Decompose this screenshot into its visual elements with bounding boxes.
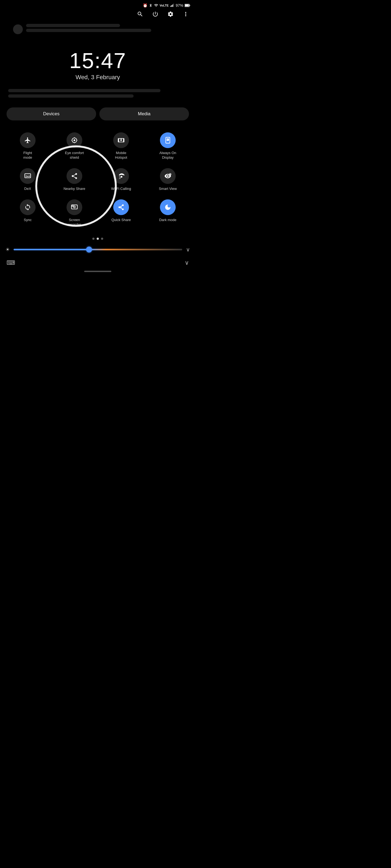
below-clock-blur (0, 84, 196, 103)
clock-date: Wed, 3 February (0, 74, 196, 81)
status-bar: ⏰ VoLTE 97% (0, 0, 196, 9)
wifi-icon (154, 3, 158, 8)
tile-label-nearby-share: Nearby Share (63, 187, 85, 191)
tile-label-always-on-display: Always OnDisplay (159, 151, 176, 160)
svg-rect-5 (190, 5, 190, 6)
keyboard-icon[interactable]: ⌨ (6, 259, 15, 267)
tile-icon-dex: DeX (20, 168, 35, 184)
status-icons: ⏰ VoLTE 97% (143, 3, 190, 8)
brightness-track[interactable] (13, 249, 182, 250)
tile-icon-mobile-hotspot (113, 132, 129, 148)
dark-mode-icon (164, 204, 171, 211)
brightness-row: ☀ ∨ (0, 243, 196, 257)
svg-rect-6 (185, 4, 189, 6)
tile-icon-dark-mode (160, 199, 176, 215)
power-icon[interactable] (152, 11, 159, 18)
volte-icon: VoLTE (160, 4, 169, 7)
svg-point-23 (120, 207, 122, 208)
tile-always-on-display[interactable]: L Always OnDisplay (144, 128, 191, 164)
top-controls (0, 9, 196, 20)
wifi-call-icon (118, 173, 124, 180)
brightness-thumb[interactable] (86, 247, 92, 252)
page-dots (0, 234, 196, 243)
bluetooth-icon (149, 3, 152, 7)
tile-label-dex: DeX (24, 187, 31, 191)
tile-label-wifi-calling: Wi-Fi Calling (111, 187, 131, 191)
svg-text:DeX: DeX (26, 175, 30, 178)
panel-buttons: Devices Media (0, 103, 196, 125)
tile-nearby-share[interactable]: Nearby Share (51, 164, 98, 195)
signal-icon (170, 3, 174, 7)
dex-icon: DeX (24, 173, 31, 180)
settings-icon[interactable] (167, 11, 174, 18)
svg-text:A: A (74, 139, 75, 141)
hotspot-icon (118, 137, 124, 144)
alarm-icon: ⏰ (143, 3, 147, 8)
tile-eye-comfort[interactable]: A Eye comfortshield (51, 128, 98, 164)
notification-area (0, 20, 196, 40)
tile-dex[interactable]: DeX DeX (4, 164, 51, 195)
tile-label-quick-share: Quick Share (111, 218, 131, 222)
tiles-wrapper: Flightmode A Eye comfortshield MobileHot… (0, 125, 196, 234)
tile-icon-quick-share (113, 199, 129, 215)
tile-flight-mode[interactable]: Flightmode (4, 128, 51, 164)
eye-comfort-icon: A (71, 137, 78, 144)
tile-icon-flight-mode (20, 132, 35, 148)
battery-icon (185, 3, 190, 7)
more-options-icon[interactable] (183, 11, 189, 18)
tile-icon-smart-view (160, 168, 176, 184)
media-button[interactable]: Media (100, 107, 189, 120)
page-dot-1 (92, 238, 94, 240)
scroll-handle (84, 271, 111, 272)
tile-icon-wifi-calling (113, 168, 129, 184)
tile-label-eye-comfort: Eye comfortshield (65, 151, 84, 160)
tile-label-screen-recorder: Screenrecorder (68, 218, 81, 227)
clock-area: 15:47 Wed, 3 February (0, 42, 196, 84)
quick-settings-grid: Flightmode A Eye comfortshield MobileHot… (0, 125, 196, 234)
tile-label-smart-view: Smart View (159, 187, 177, 191)
close-panel-icon[interactable]: ∨ (185, 259, 189, 267)
tile-icon-screen-recorder (66, 199, 82, 215)
notification-text (26, 24, 183, 35)
tile-icon-always-on-display: L (160, 132, 176, 148)
brightness-expand-icon[interactable]: ∨ (186, 246, 190, 253)
tile-icon-sync (20, 199, 35, 215)
devices-button[interactable]: Devices (6, 107, 96, 120)
tile-label-dark-mode: Dark mode (159, 218, 176, 222)
quick-share-icon (118, 204, 124, 211)
airplane-icon (24, 137, 31, 144)
svg-rect-0 (170, 6, 171, 7)
tile-icon-eye-comfort: A (66, 132, 82, 148)
screen-record-icon (71, 204, 78, 211)
tile-sync[interactable]: Sync (4, 195, 51, 231)
tile-wifi-calling[interactable]: Wi-Fi Calling (98, 164, 144, 195)
svg-rect-2 (172, 5, 173, 7)
svg-rect-1 (171, 5, 172, 7)
svg-rect-3 (173, 4, 174, 7)
clock-time: 15:47 (0, 50, 196, 72)
nearby-icon (71, 173, 78, 180)
tile-label-sync: Sync (24, 218, 32, 222)
avatar-row (6, 22, 189, 36)
tile-quick-share[interactable]: Quick Share (98, 195, 144, 231)
sync-icon (24, 204, 31, 211)
page-dot-3 (101, 238, 103, 240)
smart-view-icon (164, 173, 171, 180)
bottom-bar: ⌨ ∨ (0, 257, 196, 271)
avatar (13, 24, 23, 34)
tile-label-mobile-hotspot: MobileHotspot (115, 151, 127, 160)
aod-icon: L (164, 137, 171, 144)
tile-dark-mode[interactable]: Dark mode (144, 195, 191, 231)
svg-point-21 (74, 206, 76, 208)
page-dot-2 (97, 238, 99, 240)
brightness-icon: ☀ (5, 247, 10, 252)
tile-label-flight-mode: Flightmode (23, 151, 32, 160)
tile-icon-nearby-share (66, 168, 82, 184)
tile-mobile-hotspot[interactable]: MobileHotspot (98, 128, 144, 164)
battery-text: 97% (176, 3, 183, 8)
tile-smart-view[interactable]: Smart View (144, 164, 191, 195)
search-icon[interactable] (137, 11, 143, 18)
svg-rect-22 (72, 205, 73, 207)
tile-screen-recorder[interactable]: Screenrecorder (51, 195, 98, 231)
